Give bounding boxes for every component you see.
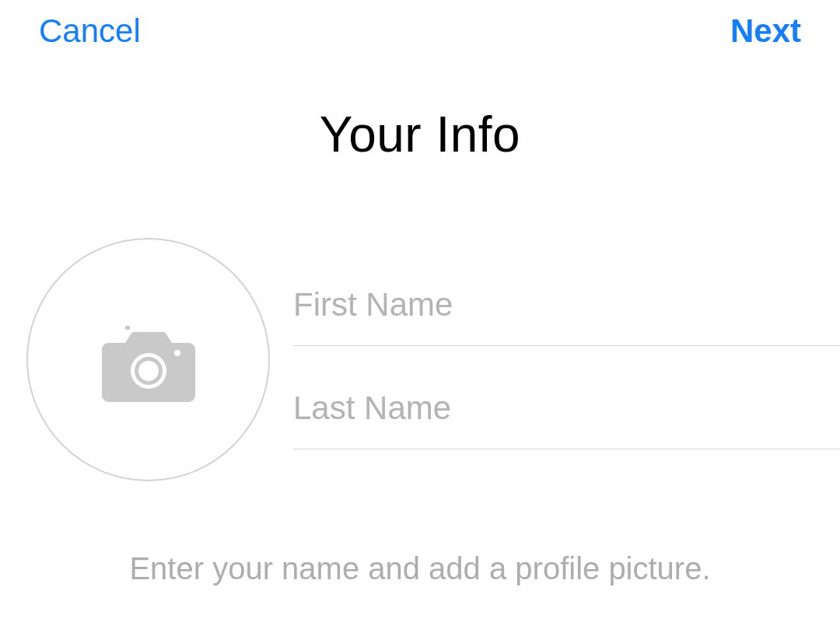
last-name-wrapper: [293, 374, 840, 449]
hint-text: Enter your name and add a profile pictur…: [0, 551, 840, 586]
form-area: [0, 163, 840, 481]
svg-point-3: [138, 361, 159, 381]
svg-point-4: [174, 350, 180, 356]
last-name-field[interactable]: [293, 374, 840, 449]
next-button[interactable]: Next: [730, 12, 801, 50]
nav-bar: Cancel Next: [0, 0, 840, 62]
camera-icon: [102, 326, 195, 404]
add-photo-button[interactable]: [26, 238, 270, 481]
first-name-field[interactable]: [293, 271, 840, 346]
cancel-button[interactable]: Cancel: [39, 12, 141, 50]
svg-rect-0: [125, 326, 130, 330]
page-title: Your Info: [0, 106, 840, 163]
first-name-wrapper: [293, 271, 840, 346]
name-fields: [293, 271, 840, 449]
